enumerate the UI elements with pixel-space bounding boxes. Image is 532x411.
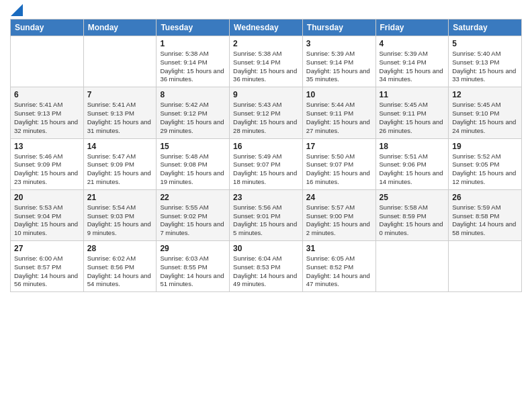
day-number: 19 xyxy=(452,142,518,151)
calendar-cell: 14Sunrise: 5:47 AMSunset: 9:09 PMDayligh… xyxy=(83,138,157,189)
day-info: Sunrise: 5:58 AMSunset: 8:59 PMDaylight:… xyxy=(380,203,445,238)
day-info: Sunrise: 6:03 AMSunset: 8:55 PMDaylight:… xyxy=(160,255,226,289)
day-number: 2 xyxy=(233,39,299,48)
calendar-cell: 10Sunrise: 5:44 AMSunset: 9:11 PMDayligh… xyxy=(302,87,375,138)
calendar-week-row: 20Sunrise: 5:53 AMSunset: 9:04 PMDayligh… xyxy=(11,189,522,240)
day-info: Sunrise: 5:45 AMSunset: 9:11 PMDaylight:… xyxy=(380,101,445,135)
day-number: 23 xyxy=(233,193,299,202)
calendar-week-row: 13Sunrise: 5:46 AMSunset: 9:09 PMDayligh… xyxy=(11,138,522,189)
calendar-week-row: 27Sunrise: 6:00 AMSunset: 8:57 PMDayligh… xyxy=(11,241,522,292)
calendar-week-row: 6Sunrise: 5:41 AMSunset: 9:13 PMDaylight… xyxy=(11,87,522,138)
day-info: Sunrise: 5:48 AMSunset: 9:08 PMDaylight:… xyxy=(160,152,226,187)
day-info: Sunrise: 5:42 AMSunset: 9:12 PMDaylight:… xyxy=(160,101,226,135)
day-info: Sunrise: 5:46 AMSunset: 9:09 PMDaylight:… xyxy=(14,152,80,187)
day-number: 25 xyxy=(380,193,445,202)
day-info: Sunrise: 5:38 AMSunset: 9:14 PMDaylight:… xyxy=(160,50,226,84)
day-number: 24 xyxy=(306,193,372,202)
day-number: 30 xyxy=(233,244,299,253)
calendar-cell: 29Sunrise: 6:03 AMSunset: 8:55 PMDayligh… xyxy=(157,241,230,292)
header xyxy=(10,7,522,13)
calendar-cell xyxy=(83,36,157,87)
day-info: Sunrise: 5:39 AMSunset: 9:14 PMDaylight:… xyxy=(306,50,372,84)
calendar-cell xyxy=(375,241,449,292)
day-number: 6 xyxy=(14,90,80,99)
day-number: 15 xyxy=(160,142,226,151)
day-number: 12 xyxy=(452,90,518,99)
day-number: 17 xyxy=(306,142,372,151)
calendar-header-sunday: Sunday xyxy=(11,19,84,36)
day-number: 8 xyxy=(160,90,226,99)
day-info: Sunrise: 5:50 AMSunset: 9:07 PMDaylight:… xyxy=(306,152,372,187)
day-info: Sunrise: 5:57 AMSunset: 9:00 PMDaylight:… xyxy=(306,203,372,238)
calendar-cell xyxy=(11,36,84,87)
day-info: Sunrise: 5:51 AMSunset: 9:06 PMDaylight:… xyxy=(380,152,445,187)
calendar-header-thursday: Thursday xyxy=(302,19,375,36)
day-info: Sunrise: 6:05 AMSunset: 8:52 PMDaylight:… xyxy=(306,255,372,289)
calendar-header-tuesday: Tuesday xyxy=(157,19,230,36)
calendar-cell: 8Sunrise: 5:42 AMSunset: 9:12 PMDaylight… xyxy=(157,87,230,138)
calendar-cell: 18Sunrise: 5:51 AMSunset: 9:06 PMDayligh… xyxy=(375,138,449,189)
day-number: 7 xyxy=(87,90,153,99)
day-number: 27 xyxy=(14,244,80,253)
day-number: 14 xyxy=(87,142,153,151)
day-info: Sunrise: 5:41 AMSunset: 9:13 PMDaylight:… xyxy=(87,101,153,135)
calendar-cell: 24Sunrise: 5:57 AMSunset: 9:00 PMDayligh… xyxy=(302,189,375,240)
calendar-cell: 2Sunrise: 5:38 AMSunset: 9:14 PMDaylight… xyxy=(230,36,303,87)
calendar-cell: 16Sunrise: 5:49 AMSunset: 9:07 PMDayligh… xyxy=(230,138,303,189)
day-number: 13 xyxy=(14,142,80,151)
calendar: SundayMondayTuesdayWednesdayThursdayFrid… xyxy=(10,19,522,292)
day-number: 9 xyxy=(233,90,299,99)
calendar-cell: 27Sunrise: 6:00 AMSunset: 8:57 PMDayligh… xyxy=(11,241,84,292)
calendar-cell xyxy=(449,241,522,292)
calendar-cell: 1Sunrise: 5:38 AMSunset: 9:14 PMDaylight… xyxy=(157,36,230,87)
day-number: 29 xyxy=(160,244,226,253)
calendar-cell: 23Sunrise: 5:56 AMSunset: 9:01 PMDayligh… xyxy=(230,189,303,240)
calendar-cell: 6Sunrise: 5:41 AMSunset: 9:13 PMDaylight… xyxy=(11,87,84,138)
calendar-cell: 31Sunrise: 6:05 AMSunset: 8:52 PMDayligh… xyxy=(302,241,375,292)
day-info: Sunrise: 5:52 AMSunset: 9:05 PMDaylight:… xyxy=(452,152,518,187)
calendar-cell: 28Sunrise: 6:02 AMSunset: 8:56 PMDayligh… xyxy=(83,241,157,292)
day-number: 1 xyxy=(160,39,226,48)
day-number: 31 xyxy=(306,244,372,253)
day-info: Sunrise: 6:04 AMSunset: 8:53 PMDaylight:… xyxy=(233,255,299,289)
day-info: Sunrise: 5:41 AMSunset: 9:13 PMDaylight:… xyxy=(14,101,80,135)
calendar-cell: 11Sunrise: 5:45 AMSunset: 9:11 PMDayligh… xyxy=(375,87,449,138)
calendar-cell: 17Sunrise: 5:50 AMSunset: 9:07 PMDayligh… xyxy=(302,138,375,189)
day-number: 26 xyxy=(452,193,518,202)
day-number: 22 xyxy=(160,193,226,202)
day-number: 11 xyxy=(380,90,445,99)
day-number: 21 xyxy=(87,193,153,202)
day-number: 18 xyxy=(380,142,445,151)
calendar-cell: 30Sunrise: 6:04 AMSunset: 8:53 PMDayligh… xyxy=(230,241,303,292)
day-number: 10 xyxy=(306,90,372,99)
day-number: 16 xyxy=(233,142,299,151)
calendar-header-friday: Friday xyxy=(375,19,449,36)
calendar-cell: 4Sunrise: 5:39 AMSunset: 9:14 PMDaylight… xyxy=(375,36,449,87)
day-number: 3 xyxy=(306,39,372,48)
calendar-cell: 20Sunrise: 5:53 AMSunset: 9:04 PMDayligh… xyxy=(11,189,84,240)
day-info: Sunrise: 6:00 AMSunset: 8:57 PMDaylight:… xyxy=(14,255,80,289)
day-number: 28 xyxy=(87,244,153,253)
calendar-cell: 13Sunrise: 5:46 AMSunset: 9:09 PMDayligh… xyxy=(11,138,84,189)
calendar-cell: 25Sunrise: 5:58 AMSunset: 8:59 PMDayligh… xyxy=(375,189,449,240)
day-number: 20 xyxy=(14,193,80,202)
calendar-cell: 22Sunrise: 5:55 AMSunset: 9:02 PMDayligh… xyxy=(157,189,230,240)
day-info: Sunrise: 5:54 AMSunset: 9:03 PMDaylight:… xyxy=(87,203,153,238)
calendar-cell: 5Sunrise: 5:40 AMSunset: 9:13 PMDaylight… xyxy=(449,36,522,87)
day-info: Sunrise: 5:40 AMSunset: 9:13 PMDaylight:… xyxy=(452,50,518,84)
calendar-cell: 7Sunrise: 5:41 AMSunset: 9:13 PMDaylight… xyxy=(83,87,157,138)
calendar-week-row: 1Sunrise: 5:38 AMSunset: 9:14 PMDaylight… xyxy=(11,36,522,87)
calendar-cell: 3Sunrise: 5:39 AMSunset: 9:14 PMDaylight… xyxy=(302,36,375,87)
logo-triangle-icon xyxy=(11,4,23,16)
calendar-cell: 26Sunrise: 5:59 AMSunset: 8:58 PMDayligh… xyxy=(449,189,522,240)
day-info: Sunrise: 6:02 AMSunset: 8:56 PMDaylight:… xyxy=(87,255,153,289)
calendar-cell: 9Sunrise: 5:43 AMSunset: 9:12 PMDaylight… xyxy=(230,87,303,138)
day-info: Sunrise: 5:53 AMSunset: 9:04 PMDaylight:… xyxy=(14,203,80,238)
day-number: 5 xyxy=(452,39,518,48)
day-info: Sunrise: 5:45 AMSunset: 9:10 PMDaylight:… xyxy=(452,101,518,135)
calendar-header-saturday: Saturday xyxy=(449,19,522,36)
calendar-cell: 19Sunrise: 5:52 AMSunset: 9:05 PMDayligh… xyxy=(449,138,522,189)
day-info: Sunrise: 5:47 AMSunset: 9:09 PMDaylight:… xyxy=(87,152,153,187)
calendar-cell: 21Sunrise: 5:54 AMSunset: 9:03 PMDayligh… xyxy=(83,189,157,240)
calendar-cell: 12Sunrise: 5:45 AMSunset: 9:10 PMDayligh… xyxy=(449,87,522,138)
